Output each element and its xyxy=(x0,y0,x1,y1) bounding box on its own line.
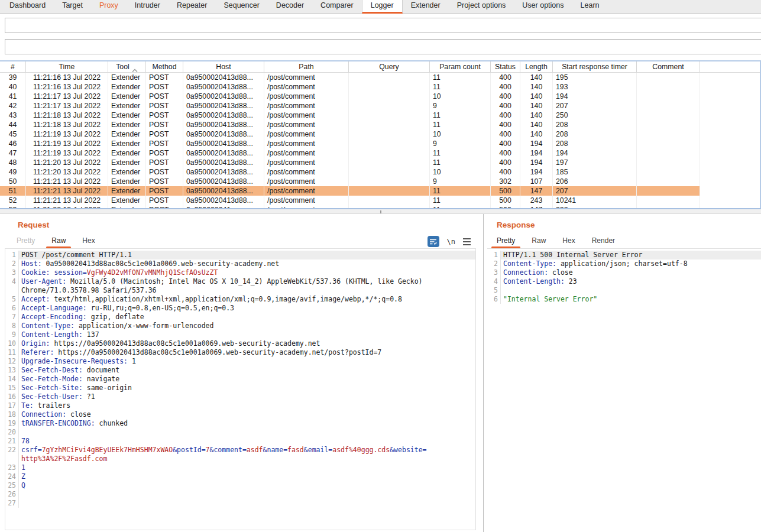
line-content: Content-Length: 23 xyxy=(501,277,761,286)
line-number: 3 xyxy=(487,268,501,277)
column-label: Method xyxy=(152,61,176,72)
word-wrap-icon[interactable] xyxy=(428,236,439,247)
column-header-start-response-timer[interactable]: Start response timer xyxy=(553,61,637,72)
tab-proxy[interactable]: Proxy xyxy=(91,0,127,14)
tab-repeater[interactable]: Repeater xyxy=(169,0,215,14)
table-row[interactable]: 4311:21:18 13 Jul 2022ExtenderPOST0a9500… xyxy=(0,111,760,120)
cell-length: 140 xyxy=(520,82,553,92)
view-filter-bar[interactable]: View filter: Showing all items xyxy=(5,39,761,54)
column-header-tool[interactable]: Tool xyxy=(108,61,146,72)
request-line: 27 xyxy=(5,499,475,508)
response-tab-hex[interactable]: Hex xyxy=(554,234,583,248)
column-header--[interactable]: # xyxy=(0,61,26,72)
response-tab-pretty[interactable]: Pretty xyxy=(488,234,523,248)
tab-dashboard[interactable]: Dashboard xyxy=(1,0,54,14)
column-header-status[interactable]: Status xyxy=(491,61,520,72)
response-tab-render[interactable]: Render xyxy=(584,234,623,248)
cell-status: 400 xyxy=(491,120,520,129)
panel-divider[interactable] xyxy=(483,214,484,532)
cell-filler xyxy=(700,111,760,120)
cell-method: POST xyxy=(146,92,183,101)
tab-decoder[interactable]: Decoder xyxy=(268,0,312,14)
cell-host: 0a9500020413d88... xyxy=(183,139,264,148)
column-header-param-count[interactable]: Param count xyxy=(430,61,491,72)
column-header-query[interactable]: Query xyxy=(349,61,430,72)
table-row[interactable]: 5111:21:21 13 Jul 2022ExtenderPOST0a9500… xyxy=(0,186,760,196)
response-editor[interactable]: 1HTTP/1.1 500 Internal Server Error2Cont… xyxy=(487,248,761,530)
tab-project-options[interactable]: Project options xyxy=(449,0,514,14)
cell-tool: Extender xyxy=(108,148,146,158)
tab-logger[interactable]: Logger xyxy=(362,0,403,14)
cell-start-response-timer: 206 xyxy=(553,177,637,186)
request-tab-hex[interactable]: Hex xyxy=(74,234,103,248)
cell-start-response-timer: 207 xyxy=(553,101,637,111)
line-number: 24 xyxy=(5,472,19,481)
line-content xyxy=(19,428,475,437)
table-row[interactable]: 4111:21:17 13 Jul 2022ExtenderPOST0a9500… xyxy=(0,92,760,101)
column-label: Tool xyxy=(116,61,129,72)
request-line: 231 xyxy=(5,463,475,472)
column-header-host[interactable]: Host xyxy=(183,61,264,72)
table-row[interactable]: 5011:21:21 13 Jul 2022ExtenderPOST0a9500… xyxy=(0,177,760,186)
tab-comparer[interactable]: Comparer xyxy=(312,0,362,14)
tab-target[interactable]: Target xyxy=(54,0,91,14)
column-header-method[interactable]: Method xyxy=(146,61,183,72)
table-row[interactable]: 4411:21:18 13 Jul 2022ExtenderPOST0a9500… xyxy=(0,120,760,129)
line-content: csrf=7gYzhMCiFvi4gBEyUEEk7HmHSHM7xWAO&po… xyxy=(19,446,475,463)
column-header-filler xyxy=(700,61,760,72)
tab-learn[interactable]: Learn xyxy=(572,0,608,14)
request-tab-raw[interactable]: Raw xyxy=(43,234,74,248)
cell-start-response-timer: 197 xyxy=(553,158,637,167)
newline-icon[interactable]: \n xyxy=(447,238,455,246)
cell-tool: Extender xyxy=(108,167,146,177)
cell-query xyxy=(349,139,430,148)
table-row[interactable]: 4911:21:20 13 Jul 2022ExtenderPOST0a9500… xyxy=(0,167,760,177)
cell-filler xyxy=(700,148,760,158)
cell-query xyxy=(349,186,430,196)
table-row[interactable]: 4811:21:20 13 Jul 2022ExtenderPOST0a9500… xyxy=(0,158,760,167)
column-header-time[interactable]: Time xyxy=(26,61,108,72)
request-line: 15Sec-Fetch-Site: same-origin xyxy=(5,384,475,392)
table-row[interactable]: 3911:21:16 13 Jul 2022ExtenderPOST0a9500… xyxy=(0,73,760,82)
column-header-length[interactable]: Length xyxy=(520,61,553,72)
cell-comment xyxy=(637,73,700,82)
line-number: 4 xyxy=(5,277,19,295)
capture-filter-bar[interactable]: Capture filter: Logger memory limit set … xyxy=(5,18,761,33)
table-row[interactable]: 4711:21:19 13 Jul 2022ExtenderPOST0a9500… xyxy=(0,148,760,158)
table-row[interactable]: 4611:21:19 13 Jul 2022ExtenderPOST0a9500… xyxy=(0,139,760,148)
cell-start-response-timer: 195 xyxy=(553,73,637,82)
table-row[interactable]: 4211:21:17 13 Jul 2022ExtenderPOST0a9500… xyxy=(0,101,760,111)
request-tab-pretty[interactable]: Pretty xyxy=(8,234,43,248)
line-number: 3 xyxy=(5,268,19,277)
line-content: HTTP/1.1 500 Internal Server Error xyxy=(501,251,761,259)
horizontal-splitter[interactable] xyxy=(0,208,761,214)
cell-start-response-timer: 10241 xyxy=(553,196,637,205)
column-header-comment[interactable]: Comment xyxy=(637,61,700,72)
tab-user-options[interactable]: User options xyxy=(514,0,572,14)
request-editor[interactable]: 1POST /post/comment HTTP/1.12Host: 0a950… xyxy=(5,248,476,530)
cell-filler xyxy=(700,196,760,205)
table-row[interactable]: 4011:21:16 13 Jul 2022ExtenderPOST0a9500… xyxy=(0,82,760,92)
line-content: Sec-Fetch-User: ?1 xyxy=(19,392,475,401)
cell-comment xyxy=(637,111,700,120)
cell-start-response-timer: 207 xyxy=(553,186,637,196)
cell--: 39 xyxy=(0,73,26,82)
tab-extender[interactable]: Extender xyxy=(403,0,449,14)
column-label: # xyxy=(11,61,15,72)
table-row[interactable]: 5211:21:21 13 Jul 2022ExtenderPOST0a9500… xyxy=(0,196,760,205)
column-header-path[interactable]: Path xyxy=(264,61,349,72)
cell-param-count: 10 xyxy=(430,167,491,177)
tab-intruder[interactable]: Intruder xyxy=(127,0,169,14)
cell-time: 11:21:17 13 Jul 2022 xyxy=(26,101,108,111)
cell-tool: Extender xyxy=(108,82,146,92)
cell-host: 0a9500020413d88... xyxy=(183,120,264,129)
response-tab-raw[interactable]: Raw xyxy=(523,234,554,248)
request-line: 6Accept-Language: ru-RU,ru;q=0.8,en-US;q… xyxy=(5,304,475,313)
cell-query xyxy=(349,82,430,92)
request-line: 4User-Agent: Mozilla/5.0 (Macintosh; Int… xyxy=(5,277,475,295)
editor-menu-icon[interactable] xyxy=(463,238,471,245)
tab-sequencer[interactable]: Sequencer xyxy=(215,0,267,14)
table-row[interactable]: 4511:21:19 13 Jul 2022ExtenderPOST0a9500… xyxy=(0,129,760,139)
cell-tool: Extender xyxy=(108,92,146,101)
cell-host: 0a9500020413d88... xyxy=(183,101,264,111)
